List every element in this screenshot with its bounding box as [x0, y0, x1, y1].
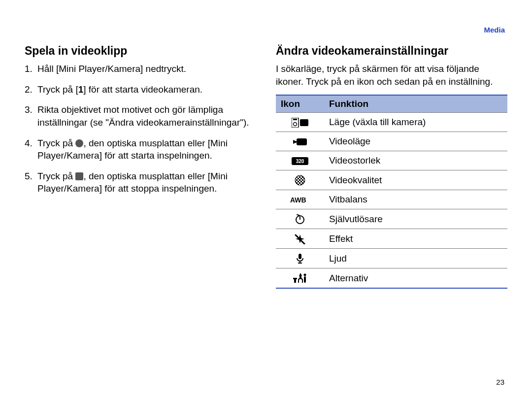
- step-4-text-a: Tryck på: [37, 138, 75, 148]
- svg-marker-5: [293, 140, 297, 144]
- row-6-func: Effekt: [324, 229, 507, 249]
- effect-icon: [276, 229, 324, 249]
- record-icon: [75, 139, 83, 147]
- row-7-func: Ljud: [324, 249, 507, 268]
- table-row: Läge (växla till kamera): [276, 113, 507, 132]
- col-header-icon: Ikon: [276, 95, 324, 113]
- svg-rect-22: [294, 279, 296, 283]
- step-5-text-a: Tryck på: [37, 171, 75, 181]
- settings-table: Ikon Funktion: [276, 95, 507, 289]
- white-balance-icon: AWB: [276, 190, 324, 209]
- right-column: Ändra videokamerainställningar I sökarlä…: [276, 44, 507, 289]
- row-5-func: Självutlösare: [324, 209, 507, 229]
- step-2-text-a: Tryck på [: [37, 84, 78, 95]
- self-timer-icon: [276, 209, 324, 229]
- video-mode-icon: [276, 132, 324, 151]
- step-2-text-b: ] för att starta videokameran.: [83, 84, 202, 95]
- page-root: Media Spela in videoklipp Håll [Mini Pla…: [0, 0, 532, 399]
- right-intro: I sökarläge, tryck på skärmen för att vi…: [276, 63, 507, 88]
- step-2-key: 1: [78, 84, 84, 95]
- svg-rect-23: [293, 278, 297, 279]
- row-3-func: Videokvalitet: [324, 170, 507, 190]
- table-row: Ljud: [276, 249, 507, 268]
- right-heading: Ändra videokamerainställningar: [276, 44, 507, 58]
- step-3-text: Rikta objektivet mot motivet och gör läm…: [37, 104, 249, 128]
- video-size-icon: 320: [276, 151, 324, 170]
- row-1-func: Videoläge: [324, 132, 507, 151]
- mode-switch-icon: [276, 113, 324, 132]
- col-header-func: Funktion: [324, 95, 507, 113]
- page-number: 23: [496, 378, 504, 386]
- svg-point-11: [295, 175, 305, 185]
- row-4-func: Vitbalans: [324, 190, 507, 209]
- table-row: 320 Videostorlek: [276, 151, 507, 170]
- svg-point-25: [304, 274, 306, 276]
- step-4: Tryck på , den optiska musplattan eller …: [25, 137, 256, 162]
- left-heading: Spela in videoklipp: [25, 44, 256, 58]
- step-5: Tryck på , den optiska musplattan eller …: [25, 170, 256, 195]
- step-1: Håll [Mini Player/Kamera] nedtryckt.: [25, 63, 256, 75]
- svg-rect-2: [293, 119, 297, 120]
- breadcrumb: Media: [484, 26, 505, 34]
- row-0-func: Läge (växla till kamera): [324, 113, 507, 132]
- steps-list: Håll [Mini Player/Kamera] nedtryckt. Try…: [25, 63, 256, 195]
- svg-rect-24: [299, 276, 301, 278]
- step-1-text: Håll [Mini Player/Kamera] nedtryckt.: [37, 64, 186, 74]
- content-columns: Spela in videoklipp Håll [Mini Player/Ka…: [25, 25, 507, 289]
- svg-text:320: 320: [296, 159, 304, 164]
- table-row: Självutlösare: [276, 209, 507, 229]
- svg-rect-26: [304, 276, 306, 283]
- sound-icon: [276, 249, 324, 268]
- row-8-func: Alternativ: [324, 268, 507, 288]
- svg-rect-19: [299, 254, 301, 259]
- step-3: Rikta objektivet mot motivet och gör läm…: [25, 103, 256, 129]
- svg-rect-4: [297, 138, 307, 145]
- table-row: Videokvalitet: [276, 170, 507, 190]
- video-quality-icon: [276, 170, 324, 190]
- table-row: Alternativ: [276, 268, 507, 288]
- table-row: AWB Vitbalans: [276, 190, 507, 209]
- left-column: Spela in videoklipp Håll [Mini Player/Ka…: [25, 44, 256, 289]
- svg-rect-3: [300, 119, 308, 126]
- options-icon: [276, 268, 324, 288]
- table-row: Effekt: [276, 229, 507, 249]
- stop-icon: [75, 172, 83, 180]
- table-row: Videoläge: [276, 132, 507, 151]
- row-2-func: Videostorlek: [324, 151, 507, 170]
- svg-point-1: [294, 123, 297, 126]
- svg-text:AWB: AWB: [290, 196, 306, 204]
- table-header-row: Ikon Funktion: [276, 95, 507, 113]
- step-2: Tryck på [1] för att starta videokameran…: [25, 83, 256, 96]
